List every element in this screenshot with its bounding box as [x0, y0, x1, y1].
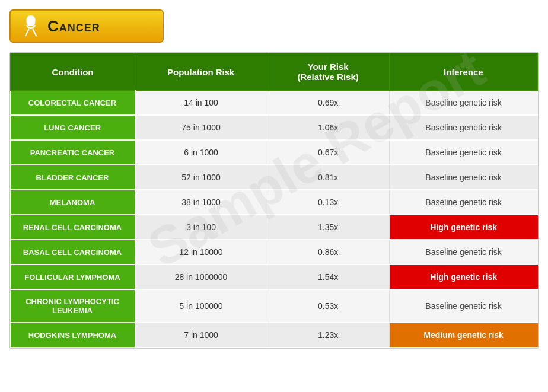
table-row: BASAL CELL CARCINOMA12 in 100000.86xBase… — [11, 240, 538, 264]
table-row: MELANOMA38 in 10000.13xBaseline genetic … — [11, 190, 538, 215]
col-inference: Inference — [389, 53, 537, 91]
table-row: FOLLICULAR LYMPHOMA28 in 10000001.54xHig… — [11, 264, 538, 289]
population-risk-cell: 7 in 1000 — [135, 323, 267, 348]
col-population-risk: Population Risk — [135, 53, 267, 91]
population-risk-cell: 38 in 1000 — [135, 190, 267, 215]
condition-cell: FOLLICULAR LYMPHOMA — [11, 264, 135, 289]
inference-cell: High genetic risk — [389, 215, 537, 240]
your-risk-cell: 1.35x — [267, 215, 389, 240]
inference-cell: Baseline genetic risk — [389, 289, 537, 323]
table-body: COLORECTAL CANCER14 in 1000.69xBaseline … — [11, 91, 538, 348]
population-risk-cell: 75 in 1000 — [135, 115, 267, 140]
condition-cell: BASAL CELL CARCINOMA — [11, 240, 135, 264]
table-row: RENAL CELL CARCINOMA3 in 1001.35xHigh ge… — [11, 215, 538, 240]
inference-cell: Baseline genetic risk — [389, 240, 537, 264]
your-risk-cell: 0.13x — [267, 190, 389, 215]
condition-cell: BLADDER CANCER — [11, 165, 135, 190]
inference-cell: Baseline genetic risk — [389, 140, 537, 165]
your-risk-cell: 0.86x — [267, 240, 389, 264]
table-row: LUNG CANCER75 in 10001.06xBaseline genet… — [11, 115, 538, 140]
condition-cell: HODGKINS LYMPHOMA — [11, 323, 135, 348]
col-condition: Condition — [11, 53, 135, 91]
condition-cell: COLORECTAL CANCER — [11, 91, 135, 116]
inference-cell: Baseline genetic risk — [389, 190, 537, 215]
population-risk-cell: 14 in 100 — [135, 91, 267, 116]
cancer-table: Condition Population Risk Your Risk(Rela… — [9, 52, 539, 349]
inference-cell: Medium genetic risk — [389, 323, 537, 348]
population-risk-cell: 12 in 10000 — [135, 240, 267, 264]
population-risk-cell: 5 in 100000 — [135, 289, 267, 323]
inference-cell: Baseline genetic risk — [389, 165, 537, 190]
condition-cell: LUNG CANCER — [11, 115, 135, 140]
col-your-risk: Your Risk(Relative Risk) — [267, 53, 389, 91]
your-risk-cell: 0.53x — [267, 289, 389, 323]
your-risk-cell: 0.67x — [267, 140, 389, 165]
population-risk-cell: 52 in 1000 — [135, 165, 267, 190]
your-risk-cell: 0.69x — [267, 91, 389, 116]
table-row: BLADDER CANCER52 in 10000.81xBaseline ge… — [11, 165, 538, 190]
cancer-ribbon-icon — [20, 15, 42, 37]
your-risk-cell: 1.23x — [267, 323, 389, 348]
condition-cell: PANCREATIC CANCER — [11, 140, 135, 165]
your-risk-cell: 0.81x — [267, 165, 389, 190]
table-row: COLORECTAL CANCER14 in 1000.69xBaseline … — [11, 91, 538, 116]
inference-cell: High genetic risk — [389, 264, 537, 289]
page-container: Cancer Sample Report Condition Populatio… — [9, 9, 539, 349]
page-title: Cancer — [47, 17, 100, 36]
population-risk-cell: 3 in 100 — [135, 215, 267, 240]
condition-cell: RENAL CELL CARCINOMA — [11, 215, 135, 240]
population-risk-cell: 6 in 1000 — [135, 140, 267, 165]
table-row: CHRONIC LYMPHOCYTIC LEUKEMIA5 in 1000000… — [11, 289, 538, 323]
table-header: Condition Population Risk Your Risk(Rela… — [11, 53, 538, 91]
your-risk-cell: 1.06x — [267, 115, 389, 140]
inference-cell: Baseline genetic risk — [389, 91, 537, 116]
header-banner: Cancer — [9, 9, 164, 43]
condition-cell: MELANOMA — [11, 190, 135, 215]
population-risk-cell: 28 in 1000000 — [135, 264, 267, 289]
inference-cell: Baseline genetic risk — [389, 115, 537, 140]
condition-cell: CHRONIC LYMPHOCYTIC LEUKEMIA — [11, 289, 135, 323]
table-row: PANCREATIC CANCER6 in 10000.67xBaseline … — [11, 140, 538, 165]
table-row: HODGKINS LYMPHOMA7 in 10001.23xMedium ge… — [11, 323, 538, 348]
your-risk-cell: 1.54x — [267, 264, 389, 289]
